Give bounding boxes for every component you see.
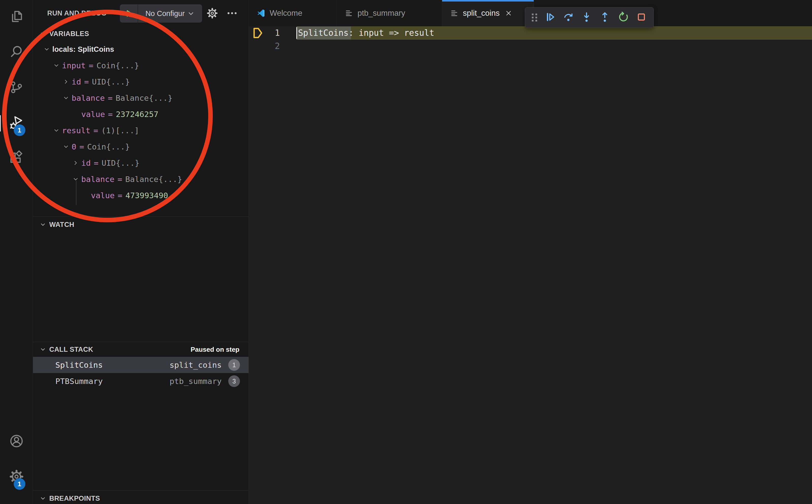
line-number: 2 xyxy=(249,40,280,53)
variable-row-locals-splitcoins[interactable]: locals: SplitCoins xyxy=(33,41,248,57)
call-stack-section-header[interactable]: CALL STACK Paused on step xyxy=(33,342,248,357)
call-stack-frames: SplitCoinssplit_coins1PTBSummaryptb_summ… xyxy=(33,357,248,389)
step-out-button[interactable] xyxy=(597,9,613,26)
call-stack-section-label: CALL STACK xyxy=(49,346,93,354)
variables-section-header[interactable]: VARIABLES xyxy=(33,26,248,41)
tab-split_coins[interactable]: split_coins xyxy=(442,0,534,26)
frame-file: split_coins xyxy=(170,360,222,369)
tab-welcome[interactable]: Welcome xyxy=(249,0,337,26)
equals-sign: = xyxy=(108,93,113,103)
stop-button[interactable] xyxy=(633,9,650,26)
gear-icon xyxy=(206,7,218,19)
code-line-1: 1 SplitCoins: input => result xyxy=(249,26,812,40)
variable-row-balance[interactable]: balance=Balance{...} xyxy=(33,171,248,187)
debug-pause-status: Paused on step xyxy=(191,346,239,354)
code-word-splitcoins: SplitCoins xyxy=(298,28,348,38)
config-dropdown-label: No Configur xyxy=(145,9,185,18)
tree-indent-guide xyxy=(76,181,76,205)
chevron-right-icon[interactable] xyxy=(71,160,80,166)
chevron-down-icon[interactable] xyxy=(61,143,71,150)
continue-button[interactable] xyxy=(542,9,558,26)
launch-config-group: No Configur xyxy=(120,4,202,23)
step-over-button[interactable] xyxy=(560,9,576,26)
sidebar-item-search[interactable] xyxy=(0,40,33,65)
call-stack-frame-splitcoins[interactable]: SplitCoinssplit_coins1 xyxy=(33,357,248,373)
vscode-logo-icon xyxy=(256,9,265,18)
sidebar-item-accounts[interactable] xyxy=(0,429,33,454)
variable-value: (1)[...] xyxy=(101,126,139,135)
frame-name: SplitCoins xyxy=(55,360,103,369)
breakpoints-section-label: BREAKPOINTS xyxy=(49,495,100,502)
frame-line-badge: 1 xyxy=(228,359,240,371)
chevron-down-icon[interactable] xyxy=(42,46,51,53)
restart-button[interactable] xyxy=(615,9,631,26)
tab-ptb_summary[interactable]: ptb_summary xyxy=(337,0,442,26)
chevron-down-icon[interactable] xyxy=(52,62,61,69)
run-and-debug-sidebar: RUN AND DEBUG No Configur xyxy=(33,0,249,504)
close-icon[interactable] xyxy=(505,9,513,17)
variables-section-label: VARIABLES xyxy=(49,30,89,38)
equals-sign: = xyxy=(84,77,89,86)
variable-name: id xyxy=(81,158,91,167)
variables-tree: locals: SplitCoinsinput=Coin{...}id=UID{… xyxy=(33,41,248,204)
stop-icon xyxy=(636,11,647,24)
debug-settings-button[interactable] xyxy=(206,0,218,26)
sidebar-item-extensions[interactable] xyxy=(0,146,33,172)
chevron-down-icon xyxy=(40,30,46,37)
settings-badge: 1 xyxy=(14,478,25,490)
chevron-down-icon[interactable] xyxy=(61,95,71,101)
step-into-button[interactable] xyxy=(578,9,595,26)
variable-row-result[interactable]: result=(1)[...] xyxy=(33,122,248,139)
sidebar-item-run-and-debug[interactable]: 1 xyxy=(0,111,33,136)
variable-name: id xyxy=(72,77,81,86)
code-text: SplitCoins: input => result xyxy=(298,26,434,40)
views-more-actions-button[interactable] xyxy=(226,0,238,26)
run-and-debug-badge: 1 xyxy=(14,124,25,136)
equals-sign: = xyxy=(93,126,98,135)
chevron-down-icon xyxy=(40,221,46,228)
breakpoints-section-header[interactable]: BREAKPOINTS xyxy=(33,491,248,504)
scope-label: locals: SplitCoins xyxy=(52,45,114,54)
call-stack-frame-ptbsummary[interactable]: PTBSummaryptb_summary3 xyxy=(33,373,248,389)
variable-name: value xyxy=(81,110,105,119)
sidebar-item-settings[interactable]: 1 xyxy=(0,464,33,490)
search-icon xyxy=(9,44,24,61)
toolbar-drag-handle[interactable] xyxy=(530,11,539,24)
variable-row-input[interactable]: input=Coin{...} xyxy=(33,57,248,74)
sidebar-header: RUN AND DEBUG No Configur xyxy=(33,0,248,26)
variable-row-id[interactable]: id=UID{...} xyxy=(33,74,248,90)
tab-label: split_coins xyxy=(463,9,500,18)
sidebar-item-explorer[interactable] xyxy=(0,4,33,29)
variable-value: Balance{...} xyxy=(115,93,172,103)
chevron-down-icon[interactable] xyxy=(71,176,80,182)
debug-toolbar xyxy=(525,7,654,28)
code-editor[interactable]: 1 SplitCoins: input => result 2 xyxy=(249,26,812,504)
chevron-down-icon xyxy=(187,10,195,17)
tab-label: ptb_summary xyxy=(357,9,405,18)
play-icon xyxy=(124,9,133,18)
frame-name: PTBSummary xyxy=(55,377,103,386)
variables-section: VARIABLES locals: SplitCoinsinput=Coin{.… xyxy=(33,26,248,216)
chevron-down-icon[interactable] xyxy=(52,127,61,134)
variable-row-value[interactable]: value=473993490 xyxy=(33,187,248,204)
variable-name: result xyxy=(62,126,90,135)
variable-row-balance[interactable]: balance=Balance{...} xyxy=(33,90,248,106)
chevron-right-icon[interactable] xyxy=(61,78,71,85)
tab-label: Welcome xyxy=(270,9,302,18)
activity-bar-bottom: 1 xyxy=(0,429,33,504)
variable-row-id[interactable]: id=UID{...} xyxy=(33,155,248,171)
variable-row-value[interactable]: value=237246257 xyxy=(33,106,248,122)
sidebar-item-source-control[interactable] xyxy=(0,75,33,100)
variable-name: balance xyxy=(81,175,114,184)
variable-row-0[interactable]: 0=Coin{...} xyxy=(33,139,248,155)
call-stack-section: CALL STACK Paused on step SplitCoinsspli… xyxy=(33,342,248,490)
vscode-window: 1 1 RUN AND DEBUG No Configur xyxy=(0,0,812,504)
start-debugging-button[interactable] xyxy=(120,4,138,23)
variable-name: input xyxy=(62,61,86,70)
current-line-marker-icon xyxy=(253,27,263,39)
code-rest: : input => result xyxy=(348,28,435,38)
watch-section-header[interactable]: WATCH xyxy=(33,217,248,232)
variable-name: value xyxy=(91,191,114,200)
frame-file: ptb_summary xyxy=(170,377,222,386)
config-dropdown[interactable]: No Configur xyxy=(138,9,202,18)
